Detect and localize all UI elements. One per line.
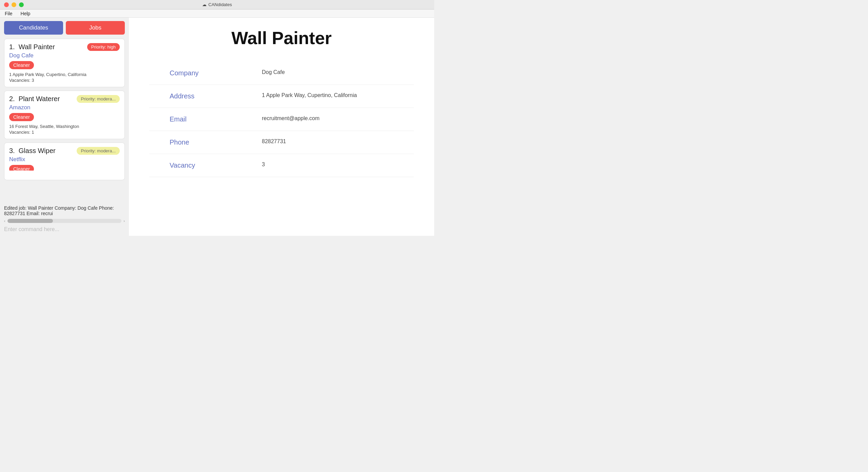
command-input[interactable] (4, 226, 125, 232)
tab-buttons: Candidates Jobs (0, 18, 129, 37)
titlebar-buttons (4, 2, 24, 7)
detail-label-vacancy: Vacancy (149, 154, 255, 177)
detail-label-address: Address (149, 85, 255, 108)
close-button[interactable] (4, 2, 9, 7)
detail-value-email: recruitment@apple.com (255, 108, 414, 131)
job-1-company: Dog Cafe (9, 52, 55, 59)
job-3-number-title: 3. Glass Wiper Netflix Cleaner (9, 147, 56, 176)
detail-value-phone: 82827731 (255, 131, 414, 154)
job-2-vacancies: Vacancies: 1 (9, 130, 120, 135)
jobs-tab[interactable]: Jobs (66, 21, 125, 35)
job-1-priority: Priority: high (87, 43, 120, 51)
menu-help[interactable]: Help (19, 10, 32, 17)
candidates-tab[interactable]: Candidates (4, 21, 63, 35)
jobs-list: 1. Wall Painter Dog Cafe Cleaner Priorit… (0, 37, 129, 203)
job-2-address: 16 Forest Way, Seattle, Washington (9, 124, 120, 129)
job-3-tag: Cleaner (9, 165, 34, 173)
maximize-button[interactable] (19, 2, 24, 7)
job-1-address: 1 Apple Park Way, Cupertino, California (9, 72, 120, 77)
detail-row-address: Address 1 Apple Park Way, Cupertino, Cal… (149, 85, 414, 108)
cloud-icon: ☁ (202, 2, 207, 7)
detail-row-email: Email recruitment@apple.com (149, 108, 414, 131)
detail-row-vacancy: Vacancy 3 (149, 154, 414, 177)
detail-panel: Wall Painter Company Dog Cafe Address 1 … (129, 18, 434, 236)
job-card-3-header: 3. Glass Wiper Netflix Cleaner Priority:… (9, 147, 120, 176)
job-card-2-header: 2. Plant Waterer Amazon Cleaner Priority… (9, 95, 120, 124)
menu-file[interactable]: File (3, 10, 14, 17)
detail-label-email: Email (149, 108, 255, 131)
job-card-1-header: 1. Wall Painter Dog Cafe Cleaner Priorit… (9, 43, 120, 72)
job-card-3[interactable]: 3. Glass Wiper Netflix Cleaner Priority:… (4, 143, 125, 180)
detail-label-company: Company (149, 62, 255, 85)
scroll-right-arrow[interactable]: › (123, 219, 125, 223)
app-title: ☁ CANdidates (202, 2, 232, 7)
scroll-track[interactable] (7, 219, 122, 223)
scroll-left-arrow[interactable]: ‹ (4, 219, 5, 223)
job-3-company: Netflix (9, 156, 56, 163)
detail-row-phone: Phone 82827731 (149, 131, 414, 154)
detail-title: Wall Painter (149, 28, 414, 48)
scrollbar-area: ‹ › (0, 218, 129, 224)
job-card-2[interactable]: 2. Plant Waterer Amazon Cleaner Priority… (4, 91, 125, 139)
detail-value-vacancy: 3 (255, 154, 414, 177)
job-2-number-title: 2. Plant Waterer Amazon Cleaner (9, 95, 60, 124)
job-2-company: Amazon (9, 104, 60, 111)
job-2-title: 2. Plant Waterer (9, 95, 60, 103)
status-text: Edited job: Wall Painter Company: Dog Ca… (0, 203, 129, 218)
left-panel: Candidates Jobs 1. Wall Painter Dog Cafe… (0, 18, 129, 236)
job-1-vacancies: Vacancies: 3 (9, 78, 120, 83)
detail-value-company: Dog Cafe (255, 62, 414, 85)
minimize-button[interactable] (12, 2, 16, 7)
status-area: Edited job: Wall Painter Company: Dog Ca… (0, 203, 129, 236)
job-3-priority: Priority: modera... (77, 147, 120, 155)
job-1-title: 1. Wall Painter (9, 43, 55, 51)
job-3-title: 3. Glass Wiper (9, 147, 56, 155)
job-2-tag: Cleaner (9, 113, 34, 121)
titlebar: ☁ CANdidates (0, 0, 434, 10)
job-1-tag: Cleaner (9, 61, 34, 69)
command-input-area (0, 224, 129, 236)
detail-label-phone: Phone (149, 131, 255, 154)
detail-table: Company Dog Cafe Address 1 Apple Park Wa… (149, 62, 414, 177)
job-2-priority: Priority: modera... (77, 95, 120, 103)
main-content: Candidates Jobs 1. Wall Painter Dog Cafe… (0, 18, 434, 236)
job-1-number-title: 1. Wall Painter Dog Cafe Cleaner (9, 43, 55, 72)
detail-value-address: 1 Apple Park Way, Cupertino, California (255, 85, 414, 108)
menubar: File Help (0, 10, 434, 18)
scroll-thumb (7, 219, 53, 223)
job-card-1[interactable]: 1. Wall Painter Dog Cafe Cleaner Priorit… (4, 39, 125, 87)
detail-row-company: Company Dog Cafe (149, 62, 414, 85)
